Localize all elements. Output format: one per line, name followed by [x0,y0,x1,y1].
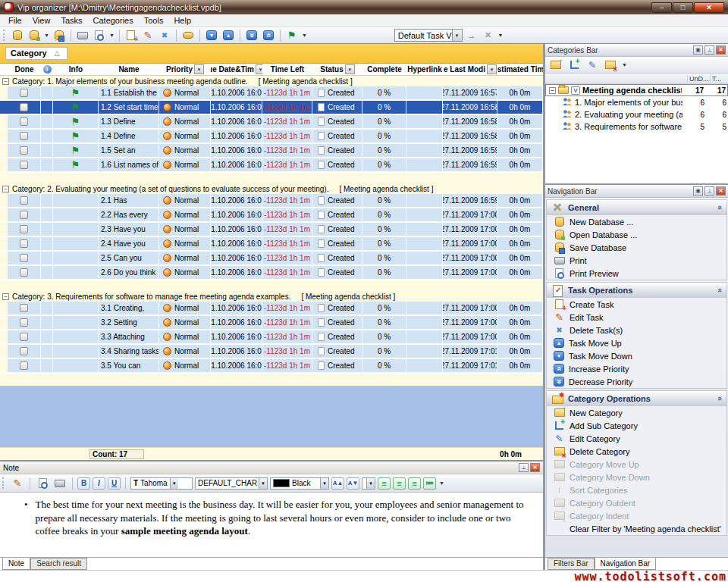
nav-section-header-general[interactable]: General« [547,200,726,215]
char-style-arrow[interactable]: ▼ [259,478,267,489]
nav-item-delete-task-s[interactable]: Delete Task(s) [547,324,726,336]
task-view-combo[interactable]: Default Task V ▼ [394,29,463,42]
table-row[interactable]: 3.1 Creating,Normal31.10.2006 16:00-1123… [0,302,543,316]
filter-dropdown-button[interactable]: ▼ [487,64,497,74]
table-row[interactable]: 3.5 You canNormal31.10.2006 16:00-1123d … [0,359,543,374]
menu-file[interactable]: File [3,15,27,26]
maximize-button[interactable]: □ [673,2,693,13]
create-task-button[interactable] [124,29,139,42]
bullet-list-button[interactable]: ≔ [423,477,436,490]
print-preview-button[interactable] [92,29,107,42]
done-checkbox[interactable] [20,361,28,370]
edit-task-button[interactable] [140,29,155,42]
toolbar-grip[interactable] [3,30,6,41]
table-row[interactable]: 3.3 AttachingNormal31.10.2006 16:00-1123… [0,330,543,345]
note-pin-button[interactable]: ⊥ [519,463,529,472]
column-header-ue-date-tim[interactable]: ue Date&Tim▼ [211,64,262,75]
nav-section-header-task-operations[interactable]: Task Operations« [547,283,726,298]
nav-item-print-preview[interactable]: Print Preview [547,267,726,280]
save-database-button[interactable] [52,29,67,42]
grow-font-button[interactable]: A▲ [331,477,344,490]
align-right-button[interactable]: ≡ [408,477,421,490]
filter-dropdown-button[interactable]: ▼ [256,64,262,74]
menu-tasks[interactable]: Tasks [55,15,87,26]
table-row[interactable]: ⚑1.2 Set start timeNormal31.10.2006 16:0… [0,101,543,115]
undone-column-header[interactable]: UnD... [687,75,710,83]
collapse-icon[interactable]: − [549,87,556,94]
increase-priority-button[interactable] [261,29,276,42]
collapse-chevron-icon[interactable]: « [716,396,725,401]
view-toolbar-dropdown[interactable]: ▼ [497,33,504,38]
font-color-arrow[interactable]: ▼ [320,478,328,489]
task-view-combo-arrow[interactable]: ▼ [452,30,462,41]
done-checkbox[interactable] [20,304,28,312]
note-toolbar-grip[interactable] [2,477,5,489]
done-checkbox[interactable] [20,132,28,140]
navigation-bar-pin-button[interactable]: ⊥ [704,186,714,196]
done-checkbox[interactable] [20,161,28,169]
nav-item-save-database[interactable]: Save Database [547,241,726,254]
nav-item-increase-priority[interactable]: Increase Priority [547,362,726,375]
open-database-dropdown[interactable]: ▼ [43,33,50,38]
nav-item-task-move-up[interactable]: Task Move Up [547,336,726,349]
nav-item-edit-task[interactable]: Edit Task [547,311,726,324]
nav-item-add-sub-category[interactable]: Add Sub Category [547,419,726,432]
view-task-button[interactable] [180,29,196,42]
categories-toolbar-dropdown[interactable]: ▼ [621,62,628,67]
align-center-button[interactable]: ≡ [393,477,406,490]
done-checkbox[interactable] [20,333,28,341]
flag-dropdown[interactable]: ▼ [301,33,308,38]
nav-item-print[interactable]: Print [547,254,726,267]
table-row[interactable]: 2.6 Do you thinkNormal31.10.2006 16:00-1… [0,266,543,280]
bold-button[interactable]: B [77,477,90,490]
done-checkbox[interactable] [20,196,28,205]
categories-bar-restore-button[interactable]: ▣ [693,45,703,55]
table-row[interactable]: 2.5 Can youNormal31.10.2006 16:00-1123d … [0,252,543,266]
clear-view-button[interactable] [481,29,496,42]
tab-note[interactable]: Note [2,558,30,570]
group-by-category-button[interactable]: Category △ [5,47,67,60]
column-header-info[interactable]: Info [53,64,99,75]
add-sub-category-button[interactable] [566,58,582,72]
menu-tools[interactable]: Tools [139,15,169,26]
table-row[interactable]: 2.4 Have youNormal31.10.2006 16:00-1123d… [0,237,543,252]
done-checkbox[interactable] [20,225,28,233]
menu-help[interactable]: Help [168,15,196,26]
font-family-combo[interactable]: T Tahoma ▼ [130,477,193,490]
table-row[interactable]: 2.2 Has everyNormal31.10.2006 16:00-1123… [0,208,543,223]
categories-bar-pin-button[interactable]: ⊥ [704,45,714,55]
column-header-time-left[interactable]: Time Left [262,64,312,75]
delete-task-button[interactable] [157,29,172,42]
char-style-combo[interactable]: DEFAULT_CHAR ▼ [195,477,268,490]
close-button[interactable]: ✕ [694,2,724,13]
nav-item-clear-filter-by-meeting-agenda-checklist[interactable]: Clear Filter by 'Meeting agenda checklis… [547,522,726,535]
collapse-icon[interactable]: − [2,78,9,85]
nav-section-header-category-operations[interactable]: Category Operations« [547,391,726,406]
note-save-button[interactable] [10,477,25,490]
table-row[interactable]: 2.3 Have youNormal31.10.2006 16:00-1123d… [0,223,543,237]
bullet-list-dropdown[interactable]: ▼ [438,480,445,486]
flag-button[interactable] [284,29,300,42]
print-button[interactable] [75,29,90,42]
column-header-done[interactable]: Done [8,64,41,75]
note-editor[interactable]: • The best time for your next meeting is… [0,493,543,557]
column-header-complete[interactable]: Complete [362,64,406,75]
done-checkbox[interactable] [20,103,28,111]
done-checkbox[interactable] [20,89,28,97]
category-group-row[interactable]: −Category: 2. Evaluating your meeting (a… [0,183,543,194]
nav-item-decrease-priority[interactable]: Decrease Priority [547,375,726,388]
tree-category-item[interactable]: 3. Requirements for software to55 [545,120,728,133]
done-checkbox[interactable] [20,347,28,355]
tree-root-item[interactable]: −VMeeting agenda checklist1717 [545,84,728,96]
task-move-down-button[interactable] [204,29,219,42]
menu-categories[interactable]: Categories [88,15,139,26]
delete-category-button[interactable] [603,58,618,72]
column-header-priority[interactable]: Priority▼ [159,64,211,75]
category-group-row[interactable]: −Category: 1. Major elements of your bus… [0,76,543,86]
edit-category-button[interactable] [585,58,600,72]
font-family-arrow[interactable]: ▼ [170,478,178,489]
done-checkbox[interactable] [20,318,28,327]
note-extra-arrow[interactable]: ▼ [366,478,375,489]
column-header-status[interactable]: Status▼ [312,64,362,75]
nav-item-new-database[interactable]: New Database ... [547,215,726,228]
